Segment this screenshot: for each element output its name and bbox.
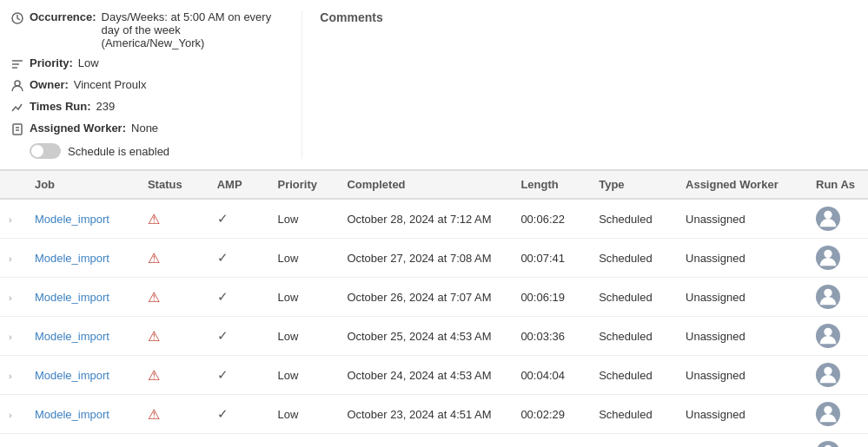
schedule-label: Schedule is enabled: [68, 145, 169, 158]
row-completed-0: October 28, 2024 at 7:12 AM: [338, 199, 512, 239]
svg-point-12: [824, 367, 832, 375]
row-status-5: ⚠: [139, 395, 209, 434]
row-job-1: Modele_import: [26, 239, 139, 278]
row-expand-6[interactable]: ›: [0, 434, 26, 448]
job-link-3[interactable]: Modele_import: [35, 330, 109, 343]
row-length-2: 00:06:19: [512, 278, 590, 317]
row-assigned-4: Unassigned: [677, 356, 807, 395]
row-type-2: Scheduled: [590, 278, 677, 317]
assigned-worker-value: None: [131, 122, 158, 135]
avatar-0: [816, 207, 840, 231]
row-job-2: Modele_import: [26, 278, 139, 317]
avatar-1: [816, 246, 840, 270]
col-amp-header: AMP: [209, 171, 269, 200]
chevron-right-icon: ›: [9, 293, 12, 303]
occurrence-label: Occurrence:: [30, 10, 96, 23]
row-length-6: 00:04:06: [512, 434, 590, 448]
row-amp-1: ✓: [209, 239, 269, 278]
table-row: › Modele_import ⚠ ✓ Low October 23, 2024…: [0, 395, 868, 434]
info-left: Occurrence: Days/Weeks: at 5:00 AM on ev…: [10, 10, 301, 159]
row-expand-2[interactable]: ›: [0, 278, 26, 317]
table-row: › Modele_import ⚠ ✓ Low October 27, 2024…: [0, 239, 868, 278]
amp-check-icon-1: ✓: [217, 250, 229, 265]
job-link-2[interactable]: Modele_import: [35, 291, 109, 304]
svg-point-9: [824, 250, 832, 258]
row-expand-3[interactable]: ›: [0, 317, 26, 356]
col-job-header: Job: [26, 171, 139, 200]
svg-point-8: [824, 211, 832, 219]
col-status-header: Status: [139, 171, 209, 200]
row-type-4: Scheduled: [590, 356, 677, 395]
comments-panel: Comments: [301, 10, 868, 159]
svg-point-4: [15, 81, 20, 86]
user-icon-3: [816, 324, 840, 348]
col-type-header: Type: [590, 171, 677, 200]
row-amp-2: ✓: [209, 278, 269, 317]
svg-point-11: [824, 328, 832, 336]
row-status-4: ⚠: [139, 356, 209, 395]
owner-icon: [10, 79, 24, 93]
jobs-table: Job Status AMP Priority Completed Length…: [0, 170, 868, 447]
row-priority-4: Low: [269, 356, 339, 395]
row-assigned-6: Unassigned: [677, 434, 807, 448]
times-run-row: Times Run: 239: [10, 100, 284, 115]
row-assigned-2: Unassigned: [677, 278, 807, 317]
table-row: › Modele_import ⚠ ✓ Low October 28, 2024…: [0, 199, 868, 239]
priority-label: Priority:: [30, 56, 73, 69]
amp-check-icon-3: ✓: [217, 328, 229, 343]
row-priority-2: Low: [269, 278, 339, 317]
row-assigned-3: Unassigned: [677, 317, 807, 356]
row-job-5: Modele_import: [26, 395, 139, 434]
row-job-0: Modele_import: [26, 199, 139, 239]
owner-row: Owner: Vincent Proulx: [10, 78, 284, 93]
col-priority-header: Priority: [269, 171, 339, 200]
row-status-6: ⚠: [139, 434, 209, 448]
status-error-icon-2: ⚠: [148, 290, 160, 305]
row-amp-5: ✓: [209, 395, 269, 434]
chevron-right-icon: ›: [9, 214, 12, 225]
table-row: › Modele_import ⚠ ✓ Low October 22, 2024…: [0, 434, 868, 448]
row-length-1: 00:07:41: [512, 239, 590, 278]
row-length-3: 00:03:36: [512, 317, 590, 356]
row-type-1: Scheduled: [590, 239, 677, 278]
row-status-2: ⚠: [139, 278, 209, 317]
chevron-right-icon: ›: [9, 410, 12, 420]
status-error-icon-4: ⚠: [148, 368, 160, 383]
row-runas-1: [807, 239, 868, 278]
user-icon-0: [816, 207, 840, 231]
svg-point-13: [824, 406, 832, 414]
row-expand-0[interactable]: ›: [0, 199, 26, 239]
row-amp-4: ✓: [209, 356, 269, 395]
row-runas-2: [807, 278, 868, 317]
user-icon-2: [816, 285, 840, 309]
row-expand-4[interactable]: ›: [0, 356, 26, 395]
row-completed-3: October 25, 2024 at 4:53 AM: [338, 317, 512, 356]
times-run-label: Times Run:: [30, 100, 91, 113]
table-row: › Modele_import ⚠ ✓ Low October 25, 2024…: [0, 317, 868, 356]
row-completed-4: October 24, 2024 at 4:53 AM: [338, 356, 512, 395]
row-expand-1[interactable]: ›: [0, 239, 26, 278]
assigned-worker-icon: [10, 122, 24, 136]
row-assigned-1: Unassigned: [677, 239, 807, 278]
row-priority-3: Low: [269, 317, 339, 356]
row-completed-6: October 22, 2024 at 5:08 AM: [338, 434, 512, 448]
row-job-3: Modele_import: [26, 317, 139, 356]
col-length-header: Length: [512, 171, 590, 200]
job-link-1[interactable]: Modele_import: [35, 252, 109, 265]
info-panel: Occurrence: Days/Weeks: at 5:00 AM on ev…: [0, 0, 868, 170]
chevron-right-icon: ›: [9, 332, 12, 342]
row-expand-5[interactable]: ›: [0, 395, 26, 434]
schedule-toggle[interactable]: [30, 143, 61, 159]
col-expand: [0, 171, 26, 200]
schedule-toggle-row: Schedule is enabled: [30, 143, 284, 159]
job-link-4[interactable]: Modele_import: [35, 369, 109, 382]
amp-check-icon-0: ✓: [217, 211, 229, 226]
status-error-icon-1: ⚠: [148, 251, 160, 266]
row-priority-6: Low: [269, 434, 339, 448]
row-runas-4: [807, 356, 868, 395]
user-icon-5: [816, 402, 840, 426]
job-link-0[interactable]: Modele_import: [35, 213, 109, 226]
row-runas-3: [807, 317, 868, 356]
row-runas-5: [807, 395, 868, 434]
job-link-5[interactable]: Modele_import: [35, 408, 109, 421]
